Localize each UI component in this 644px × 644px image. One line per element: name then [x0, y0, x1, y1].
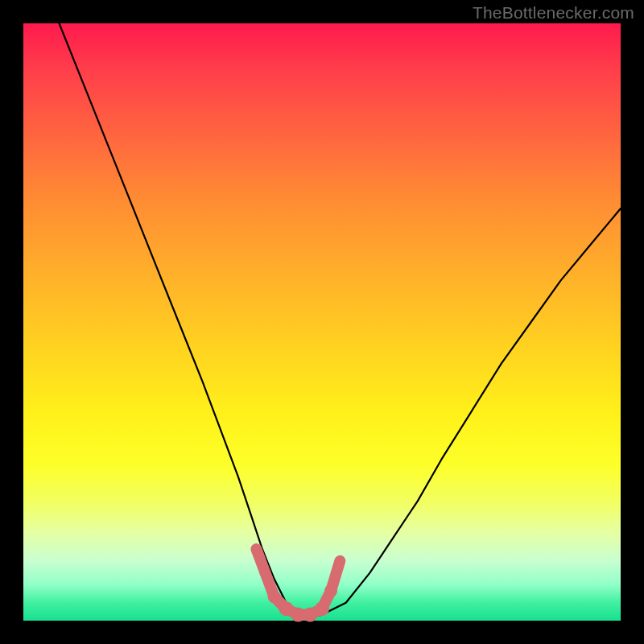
watermark-text: TheBottlenecker.com [473, 3, 634, 23]
bottleneck-curve [60, 23, 621, 617]
chart-area [23, 23, 621, 621]
chart-svg [23, 23, 621, 621]
trough-marker-stroke [256, 549, 340, 615]
